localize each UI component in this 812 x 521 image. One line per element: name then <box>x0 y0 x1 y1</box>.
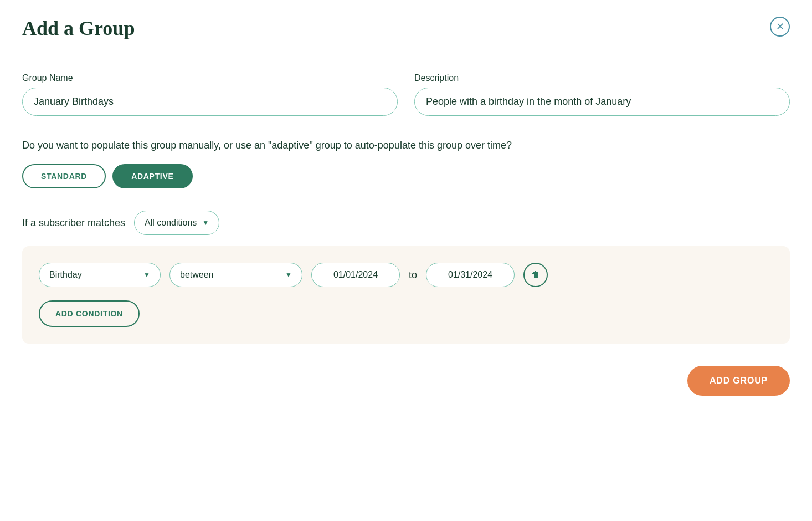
group-name-label: Group Name <box>22 73 398 83</box>
chevron-down-icon: ▼ <box>285 271 292 279</box>
conditions-value: All conditions <box>145 218 197 228</box>
group-type-question: Do you want to populate this group manua… <box>22 138 790 153</box>
subscriber-match-label: If a subscriber matches <box>22 217 125 229</box>
conditions-panel: Birthday ▼ between ▼ to 🗑 ADD CONDITION <box>22 246 790 344</box>
chevron-down-icon: ▼ <box>202 219 209 227</box>
condition-row: Birthday ▼ between ▼ to 🗑 <box>39 263 773 287</box>
adaptive-button[interactable]: ADAPTIVE <box>112 164 192 188</box>
operator-value: between <box>180 270 280 280</box>
group-name-group: Group Name <box>22 73 398 116</box>
description-group: Description <box>414 73 790 116</box>
group-name-input[interactable] <box>22 88 398 116</box>
delete-condition-button[interactable]: 🗑 <box>523 263 548 287</box>
to-label: to <box>409 269 417 281</box>
add-condition-button[interactable]: ADD CONDITION <box>39 300 140 327</box>
standard-button[interactable]: STANDARD <box>22 164 106 188</box>
field-dropdown[interactable]: Birthday ▼ <box>39 263 161 287</box>
conditions-dropdown[interactable]: All conditions ▼ <box>134 211 219 235</box>
add-group-button[interactable]: ADD GROUP <box>687 366 790 396</box>
page-title: Add a Group <box>22 17 135 40</box>
date-from-input[interactable] <box>311 263 400 287</box>
chevron-down-icon: ▼ <box>143 271 150 279</box>
close-button[interactable]: ✕ <box>770 17 790 37</box>
trash-icon: 🗑 <box>531 270 540 280</box>
operator-dropdown[interactable]: between ▼ <box>169 263 302 287</box>
field-value: Birthday <box>49 270 138 280</box>
description-input[interactable] <box>414 88 790 116</box>
date-to-input[interactable] <box>426 263 515 287</box>
description-label: Description <box>414 73 790 83</box>
close-icon: ✕ <box>776 21 784 33</box>
